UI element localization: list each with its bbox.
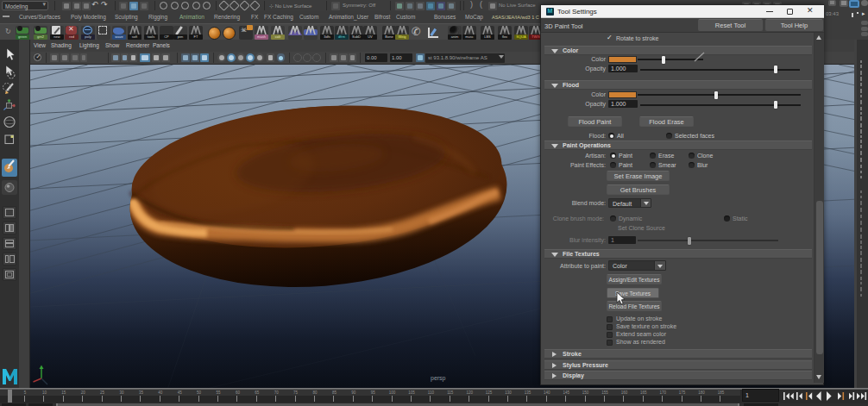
svg-text:persp: persp bbox=[431, 375, 446, 382]
